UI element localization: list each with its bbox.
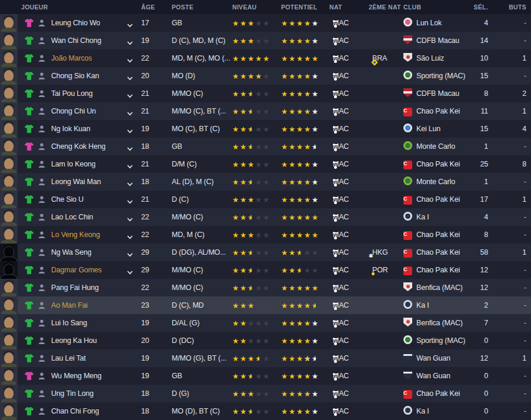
table-row[interactable]: Dagmar Gomes 29 M/MO (C) ★★★★★★ ★★★★★★ M… — [0, 261, 531, 279]
club-name[interactable]: Wan Guan — [416, 372, 450, 380]
column-header-niveau[interactable]: NIVEAU — [232, 4, 281, 11]
column-header-2eme-nat[interactable]: 2ÈME NAT — [369, 4, 403, 11]
club-name[interactable]: CDFB Macau — [416, 89, 459, 98]
player-name[interactable]: Lui Io Sang — [51, 319, 87, 327]
club-name[interactable]: Ka I — [416, 213, 429, 221]
player-name[interactable]: Lo Veng Keong — [51, 231, 100, 239]
player-name[interactable]: Ung Tin Long — [51, 389, 93, 398]
star-icon: ★ — [232, 72, 240, 81]
player-name[interactable]: Chong Sio Kan — [51, 72, 99, 80]
chevron-down-icon[interactable] — [127, 268, 133, 272]
club-name[interactable]: Sporting (MAC) — [416, 72, 465, 80]
column-header-potentiel[interactable]: POTENTIEL — [281, 4, 329, 11]
table-row[interactable]: Chan Chi Fong 18 MO (D), BT (C) ★★★★★★ ★… — [0, 402, 531, 420]
table-row[interactable]: João Marcos 22 MD, M (C), MO (... ★★★★★ … — [0, 49, 531, 67]
club-name[interactable]: Chao Pak Kei — [416, 195, 460, 204]
player-name[interactable]: Tai Pou Long — [51, 89, 93, 98]
table-row[interactable]: Pang Fai Hung 22 M/MO (C) ★★★★★★ ★★★★★ M… — [0, 279, 531, 296]
chevron-down-icon[interactable] — [127, 162, 133, 166]
player-portrait — [0, 138, 18, 155]
column-header-poste[interactable]: POSTE — [172, 4, 232, 11]
chevron-down-icon[interactable] — [127, 39, 133, 43]
club-name[interactable]: São Luiz — [416, 54, 444, 62]
player-name[interactable]: Chan Chi Fong — [51, 407, 99, 415]
table-row[interactable]: Wu Meng Meng 19 GB ★★★★★★ ★★★★★ MAC Wan … — [0, 367, 531, 385]
club-name[interactable]: Benfica (MAC) — [416, 284, 463, 292]
club-name[interactable]: Wan Guan — [416, 354, 450, 362]
player-name[interactable]: Che Sio U — [51, 195, 84, 204]
table-row[interactable]: Leong Wai Man 18 AL (D), M (C) ★★★★★★ ★★… — [0, 173, 531, 191]
player-name[interactable]: Chong Chi Un — [51, 107, 96, 115]
chevron-down-icon[interactable] — [127, 109, 133, 114]
player-name[interactable]: Ng Iok Kuan — [51, 125, 91, 133]
table-row[interactable]: Ng Wa Seng 29 D (DG), AL/MO... ★★★★★★ ★★… — [0, 244, 531, 261]
player-name[interactable]: Lau Lei Tat — [51, 354, 86, 362]
chevron-down-icon[interactable] — [127, 198, 133, 202]
column-header-joueur[interactable]: JOUEUR — [0, 0, 141, 14]
player-name[interactable]: Leung Chio Wo — [51, 19, 100, 27]
club-name[interactable]: Ka I — [416, 407, 429, 415]
table-row[interactable]: Cheng Kok Heng 18 GB ★★★★★★ ★★★★★★ MAC M… — [0, 138, 531, 155]
club-name[interactable]: Lun Lok — [416, 19, 442, 27]
player-name[interactable]: Wan Chi Chong — [51, 36, 101, 45]
player-name[interactable]: Dagmar Gomes — [51, 266, 102, 274]
player-name[interactable]: João Marcos — [51, 54, 92, 62]
club-name[interactable]: Chao Pak Kei — [416, 266, 460, 274]
club-name[interactable]: Chao Pak Kei — [416, 231, 460, 239]
club-name[interactable]: Chao Pak Kei — [416, 107, 460, 115]
player-name[interactable]: Leong Wai Man — [51, 178, 101, 186]
table-row[interactable]: Lam Io Keong 21 D/M (C) ★★★★★ ★★★★★ MAC … — [0, 155, 531, 173]
chevron-down-icon[interactable] — [127, 251, 133, 255]
shirt-icon — [24, 300, 35, 311]
table-row[interactable]: Leung Chio Wo 17 GB ★★★★★ ★★★★★ MAC Lun … — [0, 14, 531, 32]
club-name[interactable]: Chao Pak Kei — [416, 160, 460, 168]
club-name[interactable]: Monte Carlo — [416, 178, 455, 186]
column-header-buts[interactable]: BUTS — [488, 4, 531, 11]
chevron-down-icon[interactable] — [127, 180, 133, 184]
player-name[interactable]: Ao Man Fai — [51, 301, 88, 309]
column-header-nat[interactable]: NAT — [329, 4, 369, 11]
table-row[interactable]: Leong Ka Hou 20 D (DC) ★★★★★ ★★★★★ MAC S… — [0, 332, 531, 349]
column-header-age[interactable]: ÂGE — [141, 4, 172, 11]
table-row[interactable]: Lao Loc Chin 22 M/MO (C) ★★★★★★ ★★★★★ MA… — [0, 208, 531, 226]
table-row[interactable]: Wan Chi Chong 19 D (C), MD, M (C) ★★★★★ … — [0, 32, 531, 49]
player-name[interactable]: Leong Ka Hou — [51, 336, 97, 345]
chevron-down-icon[interactable] — [127, 92, 133, 96]
chevron-down-icon[interactable] — [127, 127, 133, 131]
chevron-down-icon[interactable] — [127, 145, 133, 149]
table-row[interactable]: Ung Tin Long 18 D (G) ★★★★★ ★★★★★ MAC C … — [0, 385, 531, 402]
table-row[interactable]: Chong Chi Un 21 M/MO (C), BT (... ★★★★★★… — [0, 102, 531, 120]
player-name[interactable]: Ng Wa Seng — [51, 248, 91, 256]
club-name[interactable]: Chao Pak Kei — [416, 248, 460, 256]
player-name[interactable]: Pang Fai Hung — [51, 284, 99, 292]
player-name[interactable]: Lao Loc Chin — [51, 213, 93, 221]
column-header-club[interactable]: CLUB — [403, 4, 470, 11]
club-name[interactable]: Chao Pak Kei — [416, 389, 460, 398]
chevron-down-icon[interactable] — [127, 21, 133, 25]
club-name[interactable]: Monte Carlo — [416, 142, 455, 151]
table-row[interactable]: Chong Sio Kan 20 MO (D) ★★★★★ ★★★★★ MAC … — [0, 67, 531, 85]
table-row[interactable]: Ng Iok Kuan 19 MO (C), BT (C) ★★★★★★ ★★★… — [0, 120, 531, 138]
club-name[interactable]: Sporting (MAC) — [416, 336, 465, 345]
player-name[interactable]: Wu Meng Meng — [51, 372, 102, 380]
chevron-down-icon[interactable] — [127, 74, 133, 78]
table-row[interactable]: Lui Io Sang 19 D/AL (G) ★★★★★ ★★★★★ MAC … — [0, 314, 531, 332]
table-row[interactable]: Lo Veng Keong 22 MD, M (C) ★★★★★ ★★★★★ M… — [0, 226, 531, 244]
table-row[interactable]: Lau Lei Tat 19 M/MO (G), BT (... ★★★★★★ … — [0, 349, 531, 367]
player-name[interactable]: Cheng Kok Heng — [51, 142, 105, 151]
club-name[interactable]: Kei Lun — [416, 125, 440, 133]
club-name[interactable]: Benfica (MAC) — [416, 319, 463, 327]
club-name[interactable]: Ka I — [416, 301, 429, 309]
chevron-down-icon[interactable] — [127, 215, 133, 219]
column-header-sel[interactable]: SÉL. — [470, 4, 488, 11]
star-icon: ★ — [281, 319, 289, 328]
club-name[interactable]: CDFB Macau — [416, 36, 459, 45]
position-value: MO (D) — [172, 72, 232, 80]
goals-value: - — [488, 301, 531, 309]
table-row[interactable]: Ao Man Fai 23 D (C), MD ★★★★★ ★★★★★★ MAC… — [0, 296, 531, 314]
chevron-down-icon[interactable] — [127, 233, 133, 237]
table-row[interactable]: Tai Pou Long 21 M/MO (C) ★★★★★★ ★★★★★ MA… — [0, 85, 531, 102]
table-row[interactable]: Che Sio U 21 D (C) ★★★★★ ★★★★★ MAC C Cha… — [0, 191, 531, 208]
chevron-down-icon[interactable] — [127, 56, 133, 61]
player-name[interactable]: Lam Io Keong — [51, 160, 95, 168]
